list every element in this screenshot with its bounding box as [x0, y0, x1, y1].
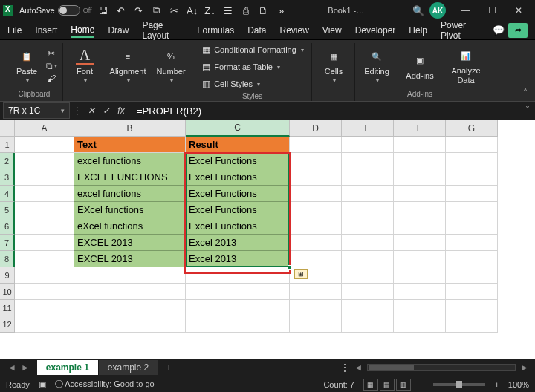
cell-G2[interactable] — [446, 153, 498, 169]
cell-G6[interactable] — [446, 218, 498, 235]
ribbon-tab-insert[interactable]: Insert — [35, 24, 57, 37]
row-header-9[interactable]: 9 — [0, 267, 15, 284]
cell-D11[interactable] — [290, 300, 342, 316]
cell-E9[interactable] — [342, 267, 394, 284]
col-header-G[interactable]: G — [446, 120, 498, 137]
touch-icon[interactable]: ☰ — [223, 5, 233, 16]
cell-E4[interactable] — [342, 186, 394, 202]
cell-D7[interactable] — [290, 235, 342, 251]
cell-B8[interactable]: EXCEL 2013 — [74, 251, 186, 267]
cell-E5[interactable] — [342, 202, 394, 218]
alignment-button[interactable]: ≡ Alignment ▾ — [113, 48, 143, 84]
cell-D5[interactable] — [290, 202, 342, 218]
sort-desc-icon[interactable]: Z↓ — [205, 5, 215, 16]
cell-A9[interactable] — [15, 267, 74, 284]
row-header-5[interactable]: 5 — [0, 202, 15, 218]
sheet-tab-example-2[interactable]: example 2 — [99, 360, 158, 375]
fx-icon[interactable]: fx — [114, 103, 128, 118]
cell-G8[interactable] — [446, 251, 498, 267]
cell-E3[interactable] — [342, 169, 394, 186]
col-header-B[interactable]: B — [74, 120, 186, 137]
horizontal-scrollbar[interactable] — [367, 364, 516, 371]
autosave-toggle[interactable]: AutoSave Off — [19, 5, 92, 16]
page-break-view-icon[interactable]: ▥ — [396, 379, 411, 391]
row-header-11[interactable]: 11 — [0, 300, 15, 316]
cell-E10[interactable] — [342, 284, 394, 300]
cell-B11[interactable] — [74, 300, 186, 316]
cell-G5[interactable] — [446, 202, 498, 218]
copy-icon[interactable]: ⧉▾ — [46, 61, 56, 71]
print-icon[interactable]: ⎙ — [241, 5, 251, 16]
quick-analysis-icon[interactable]: ⊞ — [294, 269, 308, 279]
cell-F3[interactable] — [394, 169, 446, 186]
cell-A10[interactable] — [15, 284, 74, 300]
cell-D4[interactable] — [290, 186, 342, 202]
row-header-8[interactable]: 8 — [0, 251, 15, 267]
ribbon-tab-file[interactable]: File — [7, 24, 22, 37]
cell-D3[interactable] — [290, 169, 342, 186]
cell-E6[interactable] — [342, 218, 394, 235]
cell-B10[interactable] — [74, 284, 186, 300]
cell-C7[interactable]: Excel 2013 — [186, 235, 290, 251]
cell-C6[interactable]: Excel Functions — [186, 218, 290, 235]
cell-F9[interactable] — [394, 267, 446, 284]
cell-G3[interactable] — [446, 169, 498, 186]
cell-F7[interactable] — [394, 235, 446, 251]
share-button[interactable]: ➦ — [508, 23, 528, 38]
toggle-off-icon[interactable] — [58, 5, 80, 16]
cell-A4[interactable] — [15, 186, 74, 202]
cell-C5[interactable]: Excel Functions — [186, 202, 290, 218]
analyze-data-button[interactable]: 📊 Analyze Data — [448, 47, 484, 84]
formula-input[interactable]: =PROPER(B2) — [131, 105, 520, 117]
cell-F5[interactable] — [394, 202, 446, 218]
zoom-level[interactable]: 100% — [508, 380, 529, 389]
next-sheet-icon[interactable]: ► — [21, 362, 30, 373]
cell-A2[interactable] — [15, 153, 74, 169]
format-as-table-button[interactable]: ▤Format as Table▾ — [201, 60, 304, 74]
cell-F4[interactable] — [394, 186, 446, 202]
row-header-6[interactable]: 6 — [0, 218, 15, 235]
row-header-4[interactable]: 4 — [0, 186, 15, 202]
ribbon-tab-formulas[interactable]: Formulas — [197, 24, 234, 37]
collapse-ribbon-icon[interactable]: ˄ — [523, 88, 528, 98]
cell-G12[interactable] — [446, 316, 498, 333]
cell-E2[interactable] — [342, 153, 394, 169]
cell-B2[interactable]: excel functions — [74, 153, 186, 169]
cell-G4[interactable] — [446, 186, 498, 202]
cell-G9[interactable] — [446, 267, 498, 284]
cell-F12[interactable] — [394, 316, 446, 333]
cell-A6[interactable] — [15, 218, 74, 235]
col-header-A[interactable]: A — [15, 120, 74, 137]
ribbon-tab-home[interactable]: Home — [71, 23, 94, 38]
save-icon[interactable]: 🖫 — [98, 5, 108, 16]
cut-icon[interactable]: ✂ — [46, 48, 56, 59]
comments-icon[interactable]: 💬 — [493, 25, 504, 36]
search-icon[interactable]: 🔍 — [413, 5, 424, 16]
row-header-2[interactable]: 2 — [0, 153, 15, 169]
number-button[interactable]: % Number ▾ — [156, 48, 186, 84]
cell-area[interactable]: TextResultexcel functionsExcel Functions… — [15, 137, 535, 359]
cell-F8[interactable] — [394, 251, 446, 267]
cell-C2[interactable]: Excel Functions — [186, 153, 290, 169]
page-layout-view-icon[interactable]: ▤ — [380, 379, 395, 391]
sheet-tab-example-1[interactable]: example 1 — [37, 360, 99, 375]
ribbon-tab-page-layout[interactable]: Page Layout — [142, 19, 184, 42]
sort-asc-icon[interactable]: A↓ — [187, 5, 198, 16]
normal-view-icon[interactable]: ▦ — [363, 379, 378, 391]
cell-G11[interactable] — [446, 300, 498, 316]
zoom-slider[interactable] — [433, 383, 485, 386]
ribbon-tab-view[interactable]: View — [322, 24, 342, 37]
ribbon-tab-data[interactable]: Data — [247, 24, 266, 37]
cell-B3[interactable]: EXCEL FUNCTIONS — [74, 169, 186, 186]
ribbon-tab-developer[interactable]: Developer — [355, 24, 396, 37]
col-header-C[interactable]: C — [186, 120, 290, 137]
cell-B5[interactable]: EXcel functions — [74, 202, 186, 218]
addins-button[interactable]: ▣ Add-ins — [405, 52, 435, 80]
cells-button[interactable]: ▦ Cells ▾ — [319, 48, 348, 84]
ribbon-tab-help[interactable]: Help — [409, 24, 427, 37]
cell-C10[interactable] — [186, 284, 290, 300]
scroll-right-icon[interactable]: ► — [520, 362, 529, 373]
fill-handle[interactable] — [288, 265, 292, 270]
cell-B12[interactable] — [74, 316, 186, 333]
col-header-D[interactable]: D — [290, 120, 342, 137]
